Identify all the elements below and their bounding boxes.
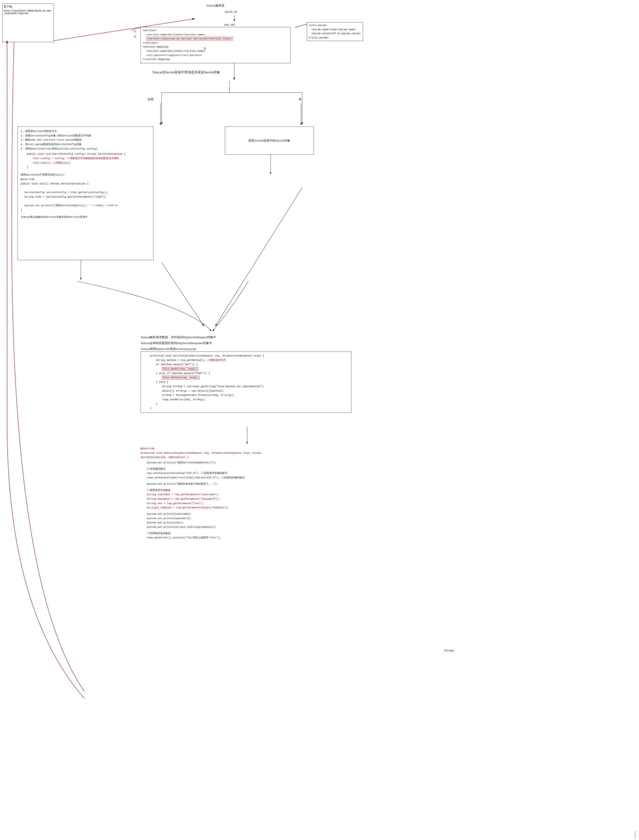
servlet-name-inner: <servlet-name>Servlet01</servlet-name>: [146, 33, 288, 37]
no-arrow: [157, 103, 164, 127]
print-password: System.out.println(password);: [141, 516, 351, 521]
service-signature: protected void service(HttpServletReques…: [144, 354, 348, 358]
server-label: Tomcat服务器: [206, 3, 224, 8]
step2-label: 2.: [204, 46, 206, 50]
get-servlet-label: 获取Servlet容器中的Servlet对象: [248, 139, 290, 143]
dopost-signature-line: protected void doPost(HttpServletRequest…: [141, 451, 351, 455]
respond-code: resp.getWriter().println("<h1>用良心做教育</h1…: [141, 536, 351, 540]
url-pattern-line: <url-pattern>/register</url-pattern>: [146, 53, 288, 57]
service-else-close: }: [144, 402, 348, 406]
step3-text: 3. 解析web.xml->servlet->init-param的数据: [21, 138, 150, 142]
get-servlet-box: 获取Servlet容器中的Servlet对象: [225, 127, 314, 155]
create-servlet-box: 1. 调用该Servlet的构造方法 2. 创建ServletConfig对象-…: [17, 127, 153, 260]
service-dopost: this.doPost(req, resp);: [144, 375, 348, 380]
service-code-box: protected void service(HttpServletReques…: [141, 352, 351, 413]
dopost-exception-line: ServletException, IOException {: [141, 455, 351, 460]
step1-label: 1.: [134, 29, 136, 33]
step5-text: 5. 调用GenericServlet类的init(ServletConfig …: [21, 147, 150, 151]
param-value: <param-value>UTF-8</param-value>: [311, 32, 361, 36]
service-elseif: } else if (method.equals("POST")) {: [144, 371, 348, 376]
service-format: errMsg = MessageFormat.format(errMsg, er…: [144, 393, 348, 397]
servlet-name-line: <servlet>: [143, 29, 288, 33]
tomcat-parse-label2: Tomcat会将响应数据封装到HttpServletResponse对象中: [141, 341, 212, 345]
servlet-name-mapping: <servlet-name>Servlet01</servlet-name>: [146, 49, 288, 53]
dopost-section: @Override protected void doPost(HttpServ…: [141, 446, 351, 540]
arrows-overlay: [0, 0, 639, 840]
step4-text: 4. 将init-param数据添加到ServletConfig对象: [21, 142, 150, 147]
left-box-down-arrow: [77, 260, 84, 281]
dopost-print: System.out.println("调用Servlet01的doPost()…: [141, 461, 351, 465]
override-annotation: @Override: [21, 177, 150, 182]
service-method: String method = req.getMethod(); //获取请求方…: [144, 358, 348, 363]
servlet-class-line: <servlet-class>com.qt.servlet.Servlet01<…: [146, 37, 288, 41]
init-body: ServletConfig servletConfig = this.getSe…: [24, 186, 150, 208]
init-method-code: public void init(ServletConfig config) t…: [21, 152, 150, 169]
tomcat-parse-label1: Tomcat解析请求数据，并封装到HttpServletRequest对象中: [141, 335, 216, 340]
yes-label: 有: [299, 97, 302, 102]
init-param-close: </init-param>: [308, 36, 361, 40]
watermark: CSDN申建亮小讲堂: [633, 831, 637, 838]
get-sex: String sex = req.getParameter("sex");: [141, 501, 351, 506]
encoding2: resp.setContentType("text/html;charset=U…: [141, 475, 351, 480]
dopost-override-annotation: @Override: [141, 446, 351, 451]
back-arrow-svg: [0, 0, 141, 840]
servlet-mapping-close: </servlet-mapping>: [143, 57, 288, 62]
page-container: 客户端 http://localhost:8080/Day36_01_war_e…: [0, 0, 639, 840]
service-close: }: [144, 406, 348, 411]
service-errargs: Object[] errArgs = new Object[]{method};: [144, 389, 348, 393]
step2-text: 2. 创建ServletConfig对象-当前Servlet的配置文件对象: [21, 134, 150, 138]
init-close: }: [21, 208, 150, 212]
step1-text: 1. 调用该Servlet的构造方法: [21, 129, 150, 134]
service-if: if (method.equals("GET")) {: [144, 362, 348, 367]
url-text: http://localhost:8080/Day36_01_war_explo…: [3, 10, 53, 15]
servlet-close: </servlet>: [143, 41, 288, 45]
get-hobbies: String[] hobbies = req.getParameterValue…: [141, 505, 351, 510]
override-label: 调用Servlet01子类重写后的init(): [21, 173, 150, 177]
service-senderror: resp.sendError(501, errMsg);: [144, 397, 348, 402]
print-username: System.out.println(username);: [141, 512, 351, 516]
merge-arrows: [47, 281, 258, 333]
init-param-box: <init-param> <param-name>code</param-nam…: [307, 22, 363, 41]
print-hobbies: System.out.println(Arrays.toString(hobbi…: [141, 525, 351, 529]
respond-comment: //利用响应返回数据: [141, 531, 351, 536]
service-doget: this.doGet(req, resp);: [144, 367, 348, 371]
tomcat-service-label: Tomcat调用HttpServlet类的service(req,resp): [141, 347, 196, 351]
param-name: <param-name>code</param-name>: [311, 28, 361, 32]
yes-arrow: [297, 103, 305, 127]
webxml-code-box: <servlet> <servlet-name>Servlet01</servl…: [141, 27, 291, 63]
day36-label: Day36_01: [225, 11, 237, 13]
service-else: } else {: [144, 380, 348, 384]
throws-label: throws: [444, 649, 454, 652]
servlet-mapping: <servlet-mapping>: [143, 45, 288, 49]
service-down-arrow: [243, 427, 251, 445]
init-param-open: <init-param>: [308, 24, 361, 28]
right-box-down-arrow: [267, 155, 274, 176]
step3-label: 3.: [134, 35, 136, 38]
print-sex: System.out.println(sex);: [141, 521, 351, 525]
get-username: String username = req.getParameter("user…: [141, 493, 351, 497]
webxml-label: web.xml: [224, 24, 235, 26]
get-password: String password = req.getParameter("pass…: [141, 497, 351, 501]
client-label: 客户端: [3, 5, 53, 9]
get-data-comment: //获取请求中的数据: [141, 488, 351, 493]
day36-arrow: [232, 15, 237, 22]
servlet-container-query: Tomcat在Servlet容器中查询是否有该Servlet对象: [152, 70, 220, 75]
init-throws-line: public void init() throws ServletExcepti…: [21, 182, 150, 186]
service-errmsg: String errMsg = lStrings.getString("http…: [144, 384, 348, 389]
encoding-comment: //设置编码格式: [141, 467, 351, 471]
client-box: 客户端 http://localhost:8080/Day36_01_war_e…: [2, 3, 54, 42]
add-container-label: Tomcat将从创建好的Servlet对象添加到Servlet容器中: [21, 215, 150, 219]
no-label: 没有: [148, 97, 154, 102]
print-receive: System.out.println("接收到来自客户单的请求了...");: [141, 482, 351, 486]
encoding1: req.setCharacterEncoding("UTF-8"); //设置请…: [141, 471, 351, 475]
